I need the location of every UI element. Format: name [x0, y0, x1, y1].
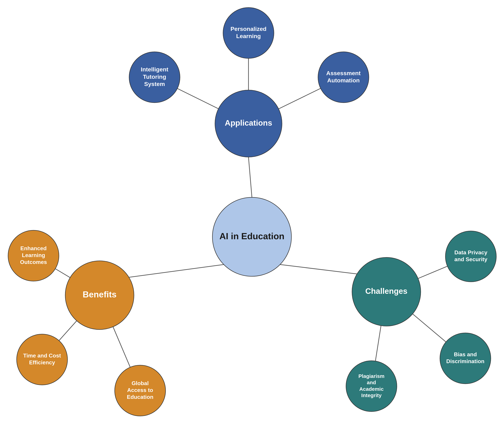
svg-line-0 — [248, 157, 252, 197]
svg-line-11 — [375, 326, 381, 361]
svg-text:Discrimination: Discrimination — [446, 358, 484, 364]
svg-text:Learning: Learning — [22, 252, 45, 258]
mind-map-svg: PersonalizedLearningIntelligentTutoringS… — [0, 0, 504, 422]
svg-line-2 — [280, 264, 362, 275]
svg-text:AI in Education: AI in Education — [219, 231, 284, 241]
svg-text:and: and — [367, 380, 376, 385]
svg-text:Automation: Automation — [327, 77, 360, 83]
svg-text:Efficiency: Efficiency — [29, 359, 55, 366]
svg-line-5 — [279, 88, 321, 109]
svg-text:System: System — [144, 81, 165, 87]
svg-text:Bias and: Bias and — [454, 351, 477, 357]
svg-line-1 — [124, 264, 224, 278]
svg-text:Academic: Academic — [359, 386, 384, 392]
svg-line-6 — [55, 269, 70, 278]
svg-text:Integrity: Integrity — [361, 392, 382, 398]
svg-text:Outcomes: Outcomes — [20, 259, 47, 265]
svg-text:Learning: Learning — [236, 33, 261, 39]
svg-text:Assessment: Assessment — [326, 70, 361, 76]
svg-text:and Security: and Security — [454, 256, 487, 262]
svg-text:Data Privacy: Data Privacy — [454, 249, 487, 256]
svg-text:Personalized: Personalized — [230, 26, 266, 32]
svg-text:Tutoring: Tutoring — [143, 73, 166, 80]
svg-text:Benefits: Benefits — [83, 290, 116, 299]
svg-line-9 — [418, 266, 447, 279]
svg-text:Time and Cost: Time and Cost — [23, 352, 61, 359]
svg-text:Intelligent: Intelligent — [141, 66, 168, 73]
svg-line-7 — [59, 321, 77, 340]
svg-text:Education: Education — [127, 394, 154, 400]
svg-line-4 — [177, 89, 218, 109]
svg-text:Global: Global — [132, 380, 149, 386]
svg-text:Applications: Applications — [225, 119, 272, 127]
svg-text:Access to: Access to — [127, 387, 153, 393]
svg-line-10 — [413, 314, 446, 342]
svg-text:Enhanced: Enhanced — [20, 245, 47, 251]
svg-text:Plagiarism: Plagiarism — [358, 373, 384, 379]
svg-line-8 — [113, 327, 130, 367]
svg-text:Challenges: Challenges — [365, 287, 407, 296]
